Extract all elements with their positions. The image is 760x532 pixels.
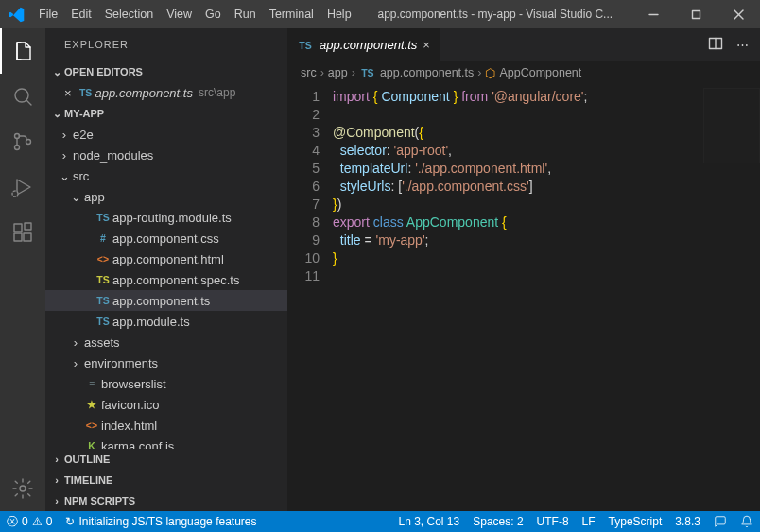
status-task[interactable]: ↻Initializing JS/TS language features <box>59 511 263 532</box>
svg-rect-14 <box>25 223 31 230</box>
file-icon: ★ <box>83 399 100 410</box>
breadcrumb[interactable]: src› app› TS app.component.ts› ⬡ AppComp… <box>287 61 760 84</box>
file-item[interactable]: TSapp.component.spec.ts <box>45 269 287 290</box>
activity-explorer[interactable] <box>0 28 45 74</box>
open-editor-item[interactable]: × TS app.component.ts src\app <box>45 82 287 103</box>
chevron-down-icon: ⌄ <box>49 108 64 120</box>
more-icon[interactable]: ⋯ <box>736 38 749 52</box>
tab-app-component[interactable]: TS app.component.ts × <box>287 28 440 61</box>
folder-item[interactable]: ⌄src <box>45 165 287 186</box>
folder-item[interactable]: ›assets <box>45 332 287 352</box>
status-encoding[interactable]: UTF-8 <box>530 511 576 532</box>
item-label: e2e <box>72 128 94 142</box>
status-cursor[interactable]: Ln 3, Col 13 <box>391 511 466 532</box>
file-item[interactable]: #app.component.css <box>45 228 287 249</box>
activity-search[interactable] <box>0 74 45 119</box>
svg-rect-13 <box>24 233 31 241</box>
ts-file-icon: TS <box>78 87 95 98</box>
menu-run[interactable]: Run <box>228 0 263 28</box>
folder-item[interactable]: ›node_modules <box>45 145 287 165</box>
main-area: EXPLORER ⌄OPEN EDITORS × TS app.componen… <box>0 28 760 511</box>
chevron-right-icon: › <box>57 148 72 163</box>
file-icon: K <box>83 440 100 449</box>
tab-label: app.component.ts <box>320 38 417 52</box>
activity-extensions[interactable] <box>0 210 45 255</box>
activity-settings[interactable] <box>0 466 45 511</box>
menu-selection[interactable]: Selection <box>98 0 160 28</box>
window-title: app.component.ts - my-app - Visual Studi… <box>358 8 632 21</box>
folder-item[interactable]: ›e2e <box>45 124 287 145</box>
svg-rect-1 <box>693 10 700 18</box>
section-open-editors[interactable]: ⌄OPEN EDITORS <box>45 61 287 82</box>
status-eol[interactable]: LF <box>576 511 602 532</box>
menu-go[interactable]: Go <box>199 0 228 28</box>
chevron-down-icon: ⌄ <box>49 66 64 78</box>
tab-actions: ⋯ <box>697 28 760 61</box>
editor-group: TS app.component.ts × ⋯ src› app› TS app… <box>287 28 760 511</box>
activity-source-control[interactable] <box>0 119 45 164</box>
status-language[interactable]: TypeScript <box>602 511 669 532</box>
file-icon: TS <box>95 274 112 285</box>
vscode-logo-icon <box>0 7 32 23</box>
maximize-button[interactable] <box>675 0 717 28</box>
file-item[interactable]: TSapp-routing.module.ts <box>45 207 287 228</box>
minimize-button[interactable] <box>632 0 675 28</box>
file-item[interactable]: <>app.component.html <box>45 249 287 269</box>
sync-icon: ↻ <box>65 515 75 528</box>
ts-file-icon: TS <box>359 67 376 78</box>
status-feedback-icon[interactable] <box>707 511 734 532</box>
item-label: environments <box>83 356 158 370</box>
item-label: app.component.ts <box>112 294 210 308</box>
folder-item[interactable]: ›environments <box>45 352 287 373</box>
close-icon[interactable]: × <box>423 38 430 52</box>
item-label: app.component.html <box>112 252 224 266</box>
line-numbers: 1234567891011 <box>287 84 333 511</box>
file-item[interactable]: TSapp.component.ts <box>45 290 287 311</box>
editor-view[interactable]: 1234567891011 import { Component } from … <box>287 84 760 511</box>
folder-item[interactable]: ⌄app <box>45 186 287 207</box>
svg-line-5 <box>26 100 31 105</box>
status-bell-icon[interactable] <box>734 511 760 532</box>
item-label: node_modules <box>72 148 153 163</box>
menu-file[interactable]: File <box>32 0 64 28</box>
file-item[interactable]: ≡browserslist <box>45 373 287 394</box>
item-label: src <box>72 169 89 183</box>
section-project[interactable]: ⌄MY-APP <box>45 103 287 124</box>
menu-edit[interactable]: Edit <box>64 0 98 28</box>
section-npm-scripts[interactable]: ›NPM SCRIPTS <box>45 490 287 511</box>
file-icon: ≡ <box>83 378 100 389</box>
close-icon[interactable]: × <box>64 86 78 100</box>
tab-bar: TS app.component.ts × ⋯ <box>287 28 760 61</box>
item-label: assets <box>83 335 120 350</box>
chevron-right-icon: › <box>57 128 72 142</box>
menu-terminal[interactable]: Terminal <box>263 0 320 28</box>
item-label: app.component.css <box>112 232 219 246</box>
status-ts-version[interactable]: 3.8.3 <box>668 511 707 532</box>
warning-icon: ⚠ <box>32 515 43 528</box>
activity-run[interactable] <box>0 164 45 210</box>
minimap[interactable] <box>703 88 760 163</box>
file-icon: <> <box>95 253 112 265</box>
file-icon: TS <box>95 295 112 306</box>
menu-help[interactable]: Help <box>320 0 358 28</box>
code-content[interactable]: import { Component } from '@angular/core… <box>333 84 760 511</box>
menu-view[interactable]: View <box>160 0 199 28</box>
file-item[interactable]: ★favicon.ico <box>45 394 287 415</box>
svg-marker-9 <box>17 180 30 195</box>
status-indent[interactable]: Spaces: 2 <box>466 511 529 532</box>
section-outline[interactable]: ›OUTLINE <box>45 449 287 470</box>
close-button[interactable] <box>717 0 760 28</box>
file-item[interactable]: Kkarma.conf.js <box>45 436 287 449</box>
chevron-down-icon: ⌄ <box>57 169 72 183</box>
file-item[interactable]: TSapp.module.ts <box>45 311 287 332</box>
section-timeline[interactable]: ›TIMELINE <box>45 470 287 490</box>
item-label: app.component.spec.ts <box>112 273 239 287</box>
chevron-right-icon: › <box>49 454 64 465</box>
item-label: app.module.ts <box>112 315 190 329</box>
split-editor-icon[interactable] <box>708 36 723 54</box>
status-problems[interactable]: ⓧ0 ⚠0 <box>0 511 59 532</box>
file-item[interactable]: <>index.html <box>45 415 287 436</box>
item-label: karma.conf.js <box>100 439 174 450</box>
status-bar: ⓧ0 ⚠0 ↻Initializing JS/TS language featu… <box>0 511 760 532</box>
svg-point-7 <box>15 146 20 150</box>
